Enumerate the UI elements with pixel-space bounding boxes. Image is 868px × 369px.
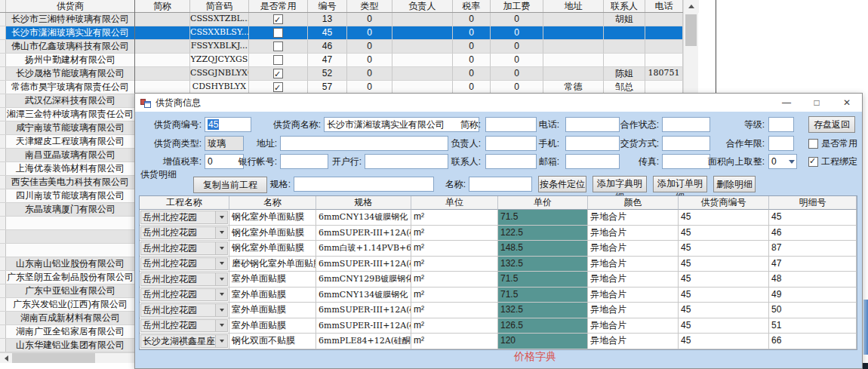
area-round-combo[interactable]: 0 — [768, 154, 797, 169]
combo-arrow-icon[interactable] — [215, 211, 227, 223]
address-field[interactable] — [280, 136, 448, 151]
supplier-list-row[interactable]: 咸宁南玻节能玻璃有限公司 — [0, 121, 134, 135]
supplier-list-row[interactable]: 常德市昊宇玻璃有限责任公司 — [0, 81, 134, 94]
common-checkbox[interactable] — [273, 82, 283, 92]
maximize-button[interactable]: □ — [802, 94, 832, 112]
column-header-no[interactable]: 编号 — [308, 0, 347, 12]
supplier-table-row[interactable]: CSSSXTZBL...13000胡姐 — [135, 13, 698, 26]
supplier-list-row[interactable]: 广东中亚铝业有限公司 — [0, 284, 134, 298]
detail-column-header[interactable]: 供货商编号 — [679, 196, 769, 210]
supplier-list-row[interactable]: 南昌亚晶玻璃有限公司 — [0, 149, 134, 162]
save-return-button[interactable]: 存盘返回 — [808, 116, 855, 133]
detail-column-header[interactable]: 规格 — [316, 196, 411, 210]
column-header-addr[interactable]: 地址 — [543, 0, 604, 12]
locate-button[interactable]: 按条件定位 — [538, 176, 586, 192]
supplier-column-header[interactable]: 供货商 — [6, 0, 134, 12]
supplier-table-row[interactable]: CSSGJNBLYXGS52000陈姐180751 — [135, 67, 698, 81]
project-combo[interactable]: 岳州北控花园 — [140, 319, 228, 333]
detail-row[interactable]: 长沙龙湖祺鑫星座钢化双面不贴膜6mmPLE84+12A(硅酮胶...m²120异… — [140, 334, 857, 349]
detail-column-header[interactable]: 单价 — [498, 196, 588, 210]
common-checkbox[interactable] — [273, 42, 283, 51]
combo-arrow-icon[interactable] — [215, 242, 227, 254]
project-combo-cell[interactable]: 岳州北控花园 — [140, 318, 229, 334]
delete-detail-button[interactable]: 删除明细 — [713, 176, 756, 192]
column-header-common[interactable]: 是否常用 — [249, 0, 308, 12]
common-checkbox-cell[interactable] — [249, 26, 308, 40]
common-checkbox-cell[interactable] — [249, 67, 308, 81]
supplier-list-row[interactable]: 山东华建铝业集团有限公司 — [0, 339, 134, 352]
phone-field[interactable] — [565, 117, 620, 132]
supplier-list-row[interactable]: 四川南玻节能玻璃有限公司 — [0, 189, 134, 203]
project-combo[interactable]: 岳州北控花园 — [140, 288, 228, 302]
close-button[interactable]: ✕ — [832, 94, 862, 112]
detail-row[interactable]: 岳州北控花园磨砂钢化室外单面贴膜6mmSUPER-III+12A(硅...m²1… — [140, 257, 857, 272]
bank-account-field[interactable] — [280, 154, 328, 169]
combo-arrow-icon[interactable] — [215, 304, 227, 316]
common-checkbox[interactable] — [273, 69, 283, 78]
project-combo-cell[interactable]: 岳州北控花园 — [140, 257, 229, 272]
common-checkbox-cell[interactable] — [249, 54, 308, 67]
horizontal-scrollbar[interactable] — [0, 352, 134, 363]
project-combo[interactable]: 岳州北控花园 — [140, 272, 228, 286]
detail-column-header[interactable]: 单位 — [411, 196, 498, 210]
column-header-phone[interactable]: 电话 — [645, 0, 683, 12]
detail-row[interactable]: 岳州北控花园室外单面贴膜6mmSUPER-III+12A(硅...m²132.5… — [140, 303, 857, 318]
common-use-checkbox-group[interactable]: 是否常用 — [808, 136, 857, 151]
column-header-type[interactable]: 类型 — [347, 0, 392, 12]
detail-column-header[interactable]: 工程名称 — [140, 196, 229, 210]
supplier-list-row[interactable]: 广东坚朗五金制品股份有限公司 — [0, 271, 134, 284]
spec-filter-input[interactable] — [294, 177, 434, 192]
combo-arrow-icon[interactable] — [215, 320, 227, 332]
supplier-no-field[interactable]: 45 — [205, 117, 251, 132]
delivery-field[interactable] — [662, 136, 710, 151]
project-combo[interactable]: 长沙龙湖祺鑫星座 — [140, 334, 228, 348]
supplier-list-row[interactable]: 天津耀皮工程玻璃有限公司 — [0, 135, 134, 149]
add-dict-button[interactable]: 添加字典明细 — [593, 176, 647, 192]
supplier-list-row[interactable]: 上海优泰装饰材料有限公司 — [0, 162, 134, 176]
supplier-list-row[interactable]: 东晶玻璃厦门有限公司 — [0, 203, 134, 217]
name-filter-input[interactable] — [469, 177, 532, 192]
project-combo-cell[interactable]: 岳州北控花园 — [140, 303, 229, 318]
supplier-list-row[interactable]: 湖南百成新材料有限公司 — [0, 312, 134, 325]
common-use-checkbox[interactable] — [808, 139, 818, 149]
add-order-button[interactable]: 添加订单明细 — [653, 176, 707, 192]
detail-column-header[interactable]: 名称 — [229, 196, 316, 210]
detail-row[interactable]: 岳州北控花园钢化室外单面贴膜6mm白玻+1.14PVB+6mm...m²148.… — [140, 241, 857, 257]
project-combo[interactable]: 岳州北控花园 — [140, 241, 228, 255]
supplier-list-row[interactable]: 佛山市亿鑫玻璃科技有限公司 — [0, 40, 134, 54]
column-header-fee[interactable]: 加工费 — [491, 0, 543, 12]
supplier-table-row[interactable]: YZZQJCYXGS47000 — [135, 54, 698, 67]
supplier-list-row[interactable] — [0, 230, 134, 244]
horizontal-scroll-thumb[interactable] — [12, 353, 95, 363]
supplier-list-row[interactable]: 湘潭三金特种玻璃有限责任公司 — [0, 108, 134, 121]
mobile-field[interactable] — [565, 136, 620, 151]
detail-row[interactable]: 岳州北控花园室外单面贴膜6mmCNY134镀膜钢化m²71.5异地合片4549 — [140, 288, 857, 303]
supplier-list-row[interactable]: 扬州中勤建材有限公司 — [0, 54, 134, 67]
supplier-table-row[interactable]: FSSYXBLKJ...46000 — [135, 40, 698, 54]
detail-row[interactable]: 岳州北控花园钢化室外单面贴膜6mmSUPER-III+12A(硅...m²122… — [140, 226, 857, 241]
vertical-scroll-thumb[interactable] — [685, 14, 697, 46]
column-header-contact[interactable]: 联系人 — [604, 0, 645, 12]
email-field[interactable] — [565, 154, 620, 169]
supplier-list-row[interactable] — [0, 217, 134, 230]
column-header-manager[interactable]: 负责人 — [392, 0, 453, 12]
column-header-code[interactable]: 简音码 — [190, 0, 249, 12]
supplier-table-row[interactable]: CSSXXBLSY...45000 — [135, 26, 698, 40]
minimize-button[interactable]: — — [771, 94, 802, 112]
combo-arrow-icon[interactable] — [215, 289, 227, 301]
common-checkbox-cell[interactable] — [249, 40, 308, 54]
project-combo[interactable]: 岳州北控花园 — [140, 257, 228, 271]
combo-arrow-icon[interactable] — [215, 335, 227, 347]
grade-field[interactable] — [768, 117, 794, 132]
detail-row[interactable]: 岳州北控花园室外单面贴膜6mmSUPER-III+12A(硅...m²126.5… — [140, 318, 857, 334]
supplier-list-row[interactable]: 长沙市潇湘玻璃实业有限公司 — [0, 26, 134, 40]
scroll-up-button[interactable] — [684, 0, 699, 13]
project-combo-cell[interactable]: 岳州北控花园 — [140, 241, 229, 257]
supplier-list-row[interactable]: 西安佳吉美电力科技有限公司 — [0, 176, 134, 189]
common-checkbox[interactable] — [273, 28, 283, 38]
combo-arrow-icon[interactable] — [215, 273, 227, 285]
dialog-titlebar[interactable]: 供货商信息 — □ ✕ — [135, 94, 862, 112]
project-bind-checkbox[interactable] — [808, 157, 818, 167]
combo-arrow-icon[interactable] — [215, 258, 227, 270]
detail-row[interactable]: 岳州北控花园钢化室外单面贴膜6mmCNY134镀膜钢化m²71.5异地合片454… — [140, 210, 857, 226]
